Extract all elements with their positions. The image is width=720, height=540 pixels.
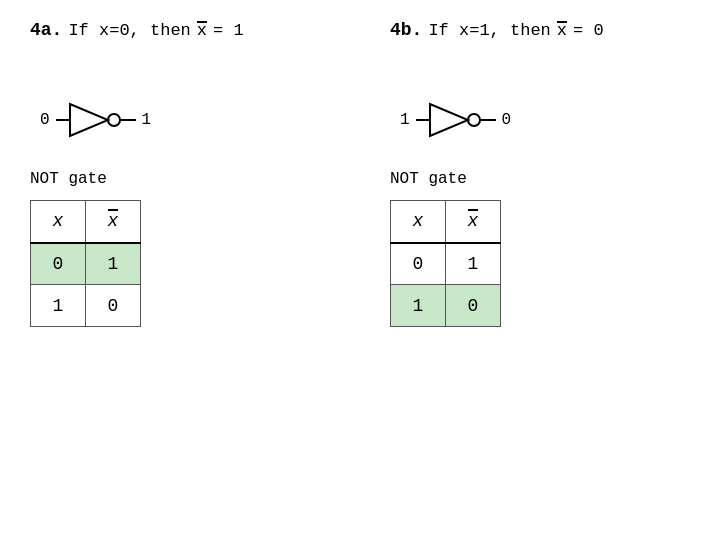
right-row1-xbar: 0 [446, 285, 501, 327]
left-table-header-row: x x [31, 201, 141, 243]
right-gate-output: 0 [502, 111, 512, 129]
left-gate-area: 0 1 [40, 100, 151, 140]
left-row0-xbar: 1 [86, 243, 141, 285]
main-container: 4a. If x=0, then x = 1 0 1 NOT gate [0, 0, 720, 540]
right-row0-xbar: 1 [446, 243, 501, 285]
right-condition-text: If x=1, then [428, 21, 550, 40]
left-gate-output: 1 [142, 111, 152, 129]
left-problem-label: 4a. [30, 20, 62, 40]
right-equals-val: = 0 [573, 21, 604, 40]
right-gate-label: NOT gate [390, 170, 467, 188]
right-not-gate-svg [416, 100, 496, 140]
left-equals-val: = 1 [213, 21, 244, 40]
right-gate-input: 1 [400, 111, 410, 129]
left-gate-label: NOT gate [30, 170, 107, 188]
right-table-header-row: x x [391, 201, 501, 243]
svg-marker-1 [70, 104, 108, 136]
right-panel: 4b. If x=1, then x = 0 1 0 NOT gate [360, 0, 720, 540]
left-header-row: 4a. If x=0, then x = 1 [30, 20, 244, 40]
left-table-row-1: 1 0 [31, 285, 141, 327]
right-header-row: 4b. If x=1, then x = 0 [390, 20, 604, 40]
left-row1-x: 1 [31, 285, 86, 327]
right-truth-table: x x 0 1 1 0 [390, 200, 501, 327]
left-row0-x: 0 [31, 243, 86, 285]
left-overline-var: x [197, 21, 207, 40]
svg-marker-5 [430, 104, 468, 136]
left-gate-input: 0 [40, 111, 50, 129]
right-table-row-0: 0 1 [391, 243, 501, 285]
left-panel: 4a. If x=0, then x = 1 0 1 NOT gate [0, 0, 360, 540]
left-truth-table: x x 0 1 1 0 [30, 200, 141, 327]
left-col1-header: x [31, 201, 86, 243]
right-table-row-1: 1 0 [391, 285, 501, 327]
right-overline-var: x [557, 21, 567, 40]
right-row0-x: 0 [391, 243, 446, 285]
right-col2-header: x [446, 201, 501, 243]
right-col1-header: x [391, 201, 446, 243]
left-not-gate-svg [56, 100, 136, 140]
left-table-row-0: 0 1 [31, 243, 141, 285]
left-col2-header: x [86, 201, 141, 243]
left-row1-xbar: 0 [86, 285, 141, 327]
right-problem-label: 4b. [390, 20, 422, 40]
left-condition-text: If x=0, then [68, 21, 190, 40]
right-gate-area: 1 0 [400, 100, 511, 140]
right-row1-x: 1 [391, 285, 446, 327]
